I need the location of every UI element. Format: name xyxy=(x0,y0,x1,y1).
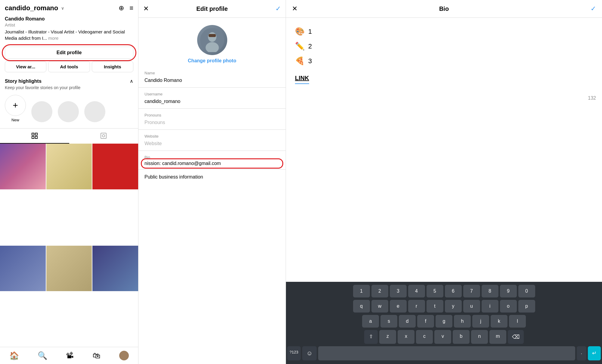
enter-key[interactable]: ↵ xyxy=(588,346,601,360)
edit-bio-field[interactable]: Bio nission: candid.romano@gmail.com xyxy=(138,151,286,170)
key-q[interactable]: q xyxy=(353,300,370,313)
bio-confirm-icon[interactable]: ✓ xyxy=(587,5,596,13)
highlight-circles: + New xyxy=(5,95,133,122)
key-i[interactable]: i xyxy=(482,300,498,313)
key-f[interactable]: f xyxy=(417,315,434,328)
edit-name-field[interactable]: Name Candido Romano xyxy=(138,67,286,88)
key-y[interactable]: y xyxy=(445,300,462,313)
highlight-new-label: New xyxy=(11,118,19,122)
key-u[interactable]: u xyxy=(463,300,480,313)
edit-close-icon[interactable]: ✕ xyxy=(143,5,152,13)
tab-grid[interactable] xyxy=(0,129,69,144)
highlight-circle-3[interactable] xyxy=(84,101,105,122)
nav-video[interactable]: 📽 xyxy=(66,351,74,360)
period-key[interactable]: . xyxy=(577,346,586,360)
bio-link[interactable]: LINK xyxy=(295,75,309,84)
hamburger-icon[interactable]: ≡ xyxy=(129,4,133,12)
key-0[interactable]: 0 xyxy=(518,285,535,297)
story-highlights-title: Story highlights xyxy=(5,79,42,84)
photo-4[interactable] xyxy=(0,246,46,291)
backspace-key[interactable]: ⌫ xyxy=(508,330,524,344)
key-c[interactable]: c xyxy=(416,330,433,344)
bio-header: ✕ Bio ✓ xyxy=(286,0,602,18)
insights-button[interactable]: Insights xyxy=(92,61,133,72)
nav-profile-avatar[interactable] xyxy=(119,351,129,360)
bio-num-3: 3 xyxy=(308,57,312,65)
key-1[interactable]: 1 xyxy=(353,285,370,297)
bio-item-2: ✏️ 2 xyxy=(295,42,593,51)
edit-confirm-icon[interactable]: ✓ xyxy=(272,5,281,13)
bio-num-2: 2 xyxy=(308,42,312,50)
key-z[interactable]: z xyxy=(379,330,396,344)
key-7[interactable]: 7 xyxy=(463,285,480,297)
edit-pronouns-placeholder[interactable]: Pronouns xyxy=(144,119,280,126)
bio-more-link[interactable]: more xyxy=(48,36,58,41)
keyboard-row-zxcv: ⇧ z x c v b n m ⌫ xyxy=(287,330,601,344)
edit-avatar xyxy=(197,25,227,55)
change-photo-text[interactable]: Change profile photo xyxy=(188,58,236,64)
key-e[interactable]: e xyxy=(390,300,407,313)
bio-header-title: Bio xyxy=(301,5,587,12)
key-9[interactable]: 9 xyxy=(500,285,517,297)
profile-username[interactable]: candido_romano xyxy=(5,4,58,12)
highlight-add-button[interactable]: + xyxy=(5,95,26,116)
edit-username-value[interactable]: candido_romano xyxy=(144,98,280,105)
key-b[interactable]: b xyxy=(453,330,470,344)
space-key[interactable] xyxy=(318,346,575,360)
photo-3[interactable] xyxy=(92,144,138,189)
num-key[interactable]: ?123 xyxy=(287,346,301,360)
ad-tools-button[interactable]: Ad tools xyxy=(48,61,90,72)
shift-key[interactable]: ⇧ xyxy=(364,330,378,344)
key-5[interactable]: 5 xyxy=(427,285,443,297)
key-8[interactable]: 8 xyxy=(482,285,498,297)
edit-pronouns-field[interactable]: Pronouns Pronouns xyxy=(138,109,286,130)
key-g[interactable]: g xyxy=(436,315,452,328)
key-n[interactable]: n xyxy=(471,330,488,344)
key-j[interactable]: j xyxy=(472,315,489,328)
bio-close-icon[interactable]: ✕ xyxy=(292,5,301,13)
story-highlights-collapse-icon[interactable]: ∧ xyxy=(130,78,133,84)
edit-username-field[interactable]: Username candido_romano xyxy=(138,88,286,109)
key-m[interactable]: m xyxy=(489,330,506,344)
nav-home[interactable]: 🏠 xyxy=(9,351,19,360)
key-3[interactable]: 3 xyxy=(390,285,407,297)
profile-tabs xyxy=(0,128,138,144)
photo-5[interactable] xyxy=(46,246,92,291)
key-d[interactable]: d xyxy=(399,315,416,328)
highlight-circle-2[interactable] xyxy=(58,101,79,122)
photo-6[interactable] xyxy=(92,246,138,291)
key-h[interactable]: h xyxy=(454,315,471,328)
photo-2[interactable] xyxy=(46,144,92,189)
emoji-key[interactable]: ☺ xyxy=(302,346,317,360)
public-business-info[interactable]: Public business information xyxy=(138,170,286,185)
key-o[interactable]: o xyxy=(500,300,517,313)
nav-search[interactable]: 🔍 xyxy=(38,351,47,360)
key-l[interactable]: l xyxy=(509,315,526,328)
tab-tagged[interactable] xyxy=(69,129,138,144)
edit-header-title: Edit profile xyxy=(152,5,272,12)
key-4[interactable]: 4 xyxy=(408,285,425,297)
key-t[interactable]: t xyxy=(427,300,443,313)
key-r[interactable]: r xyxy=(408,300,425,313)
key-x[interactable]: x xyxy=(398,330,414,344)
add-icon[interactable]: ⊕ xyxy=(119,4,124,12)
key-p[interactable]: p xyxy=(518,300,535,313)
username-chevron-icon[interactable]: ∨ xyxy=(61,6,64,11)
photo-1[interactable] xyxy=(0,144,46,189)
key-w[interactable]: w xyxy=(371,300,388,313)
key-a[interactable]: a xyxy=(362,315,379,328)
view-archive-button[interactable]: View ar... xyxy=(5,61,46,72)
key-v[interactable]: v xyxy=(434,330,451,344)
key-2[interactable]: 2 xyxy=(371,285,388,297)
edit-bio-value[interactable]: nission: candid.romano@gmail.com xyxy=(144,161,280,166)
keyboard-row-asdf: a s d f g h j k l xyxy=(287,315,601,328)
edit-profile-button[interactable]: Edit profile xyxy=(5,47,133,59)
highlight-circle-1[interactable] xyxy=(31,101,52,122)
key-k[interactable]: k xyxy=(491,315,507,328)
nav-shop[interactable]: 🛍 xyxy=(93,351,101,360)
edit-website-field[interactable]: Website Website xyxy=(138,130,286,151)
key-6[interactable]: 6 xyxy=(445,285,462,297)
edit-name-value[interactable]: Candido Romano xyxy=(144,76,280,84)
edit-website-placeholder[interactable]: Website xyxy=(144,140,280,148)
key-s[interactable]: s xyxy=(380,315,397,328)
